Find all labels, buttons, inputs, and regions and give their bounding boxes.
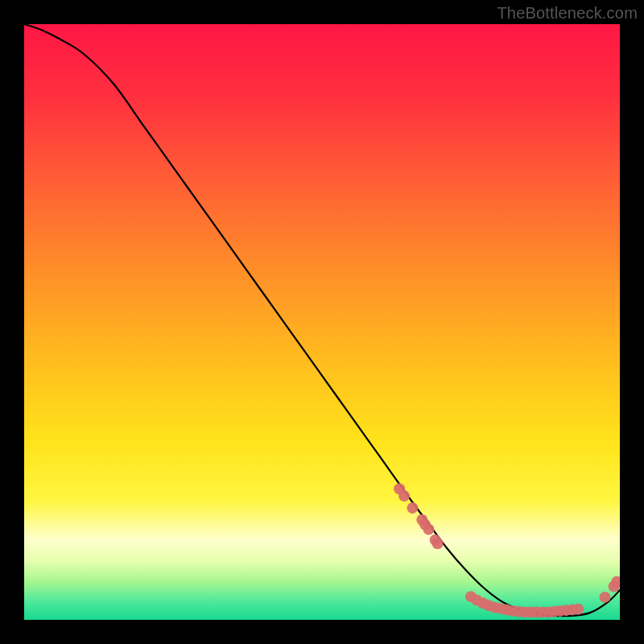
chart-svg <box>24 24 620 620</box>
gradient-background <box>24 24 620 620</box>
scatter-point <box>432 538 444 549</box>
watermark-text: TheBottleneck.com <box>497 4 638 23</box>
plot-area <box>24 24 620 620</box>
scatter-point <box>600 592 611 603</box>
scatter-point <box>423 524 434 535</box>
scatter-point <box>407 502 418 514</box>
scatter-point <box>572 604 584 615</box>
scatter-point <box>398 490 410 502</box>
chart-container: TheBottleneck.com <box>0 0 644 644</box>
